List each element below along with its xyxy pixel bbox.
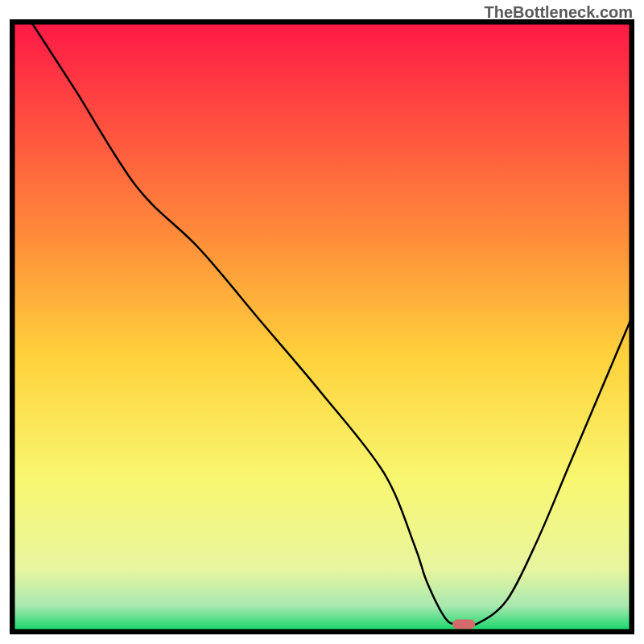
chart-container: { "watermark": "TheBottleneck.com", "cha… (0, 0, 644, 644)
plot-area (10, 19, 634, 634)
marker-pill (452, 619, 475, 629)
watermark-text: TheBottleneck.com (485, 3, 633, 22)
chart-svg (10, 19, 634, 634)
